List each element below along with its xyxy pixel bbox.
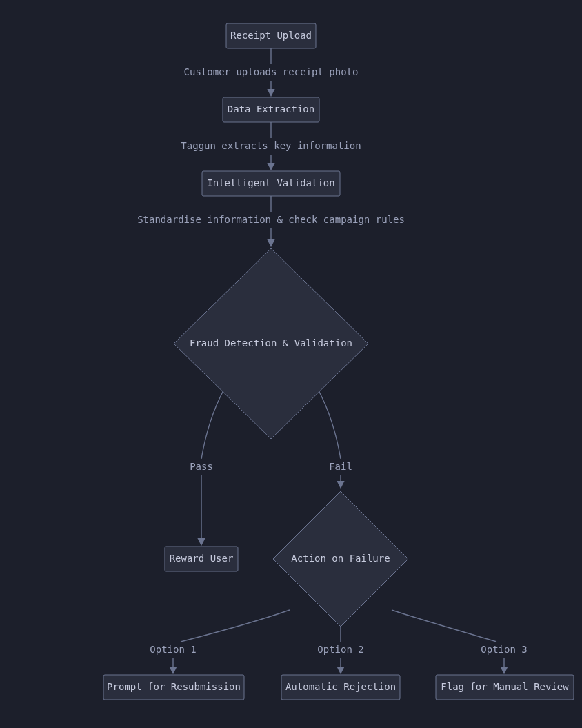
edge-fail-option2: Option 2 xyxy=(317,627,363,673)
node-prompt-resubmission-label: Prompt for Resubmission xyxy=(107,681,241,692)
edge-extraction-to-validation-label: Taggun extracts key information xyxy=(181,140,361,151)
edge-fraud-pass: Pass xyxy=(190,391,223,544)
node-intelligent-validation: Intelligent Validation xyxy=(202,171,340,196)
node-action-on-failure-label: Action on Failure xyxy=(291,553,390,564)
node-flag-manual-review: Flag for Manual Review xyxy=(436,675,574,700)
node-automatic-rejection-label: Automatic Rejection xyxy=(285,681,396,692)
edge-fail-option2-label: Option 2 xyxy=(317,644,363,655)
node-reward-user: Reward User xyxy=(165,547,238,571)
edge-fail-option1-label: Option 1 xyxy=(150,644,196,655)
edge-fraud-fail: Fail xyxy=(319,391,352,487)
node-flag-manual-review-label: Flag for Manual Review xyxy=(441,681,569,692)
edge-fail-option3-label: Option 3 xyxy=(481,644,527,655)
node-prompt-resubmission: Prompt for Resubmission xyxy=(103,675,244,700)
node-action-on-failure: Action on Failure xyxy=(273,491,408,627)
node-automatic-rejection: Automatic Rejection xyxy=(281,675,400,700)
edge-validation-to-fraud: Standardise information & check campaign… xyxy=(137,196,405,246)
edge-fraud-fail-label: Fail xyxy=(329,461,352,472)
node-data-extraction-label: Data Extraction xyxy=(228,104,314,115)
node-reward-user-label: Reward User xyxy=(170,553,234,564)
node-receipt-upload-label: Receipt Upload xyxy=(230,30,312,41)
node-intelligent-validation-label: Intelligent Validation xyxy=(207,177,334,188)
edge-fail-option1: Option 1 xyxy=(150,610,290,673)
edge-fail-option3: Option 3 xyxy=(392,610,528,673)
edge-upload-to-extraction: Customer uploads receipt photo xyxy=(184,48,359,95)
node-fraud-detection: Fraud Detection & Validation xyxy=(174,248,368,439)
edge-fraud-pass-label: Pass xyxy=(190,461,213,472)
node-data-extraction: Data Extraction xyxy=(223,97,319,122)
edge-upload-to-extraction-label: Customer uploads receipt photo xyxy=(184,66,359,77)
edge-extraction-to-validation: Taggun extracts key information xyxy=(181,122,361,169)
edge-validation-to-fraud-label: Standardise information & check campaign… xyxy=(137,214,405,225)
flowchart-diagram: Receipt Upload Customer uploads receipt … xyxy=(0,0,582,728)
node-receipt-upload: Receipt Upload xyxy=(226,23,316,48)
node-fraud-detection-label: Fraud Detection & Validation xyxy=(190,337,352,348)
